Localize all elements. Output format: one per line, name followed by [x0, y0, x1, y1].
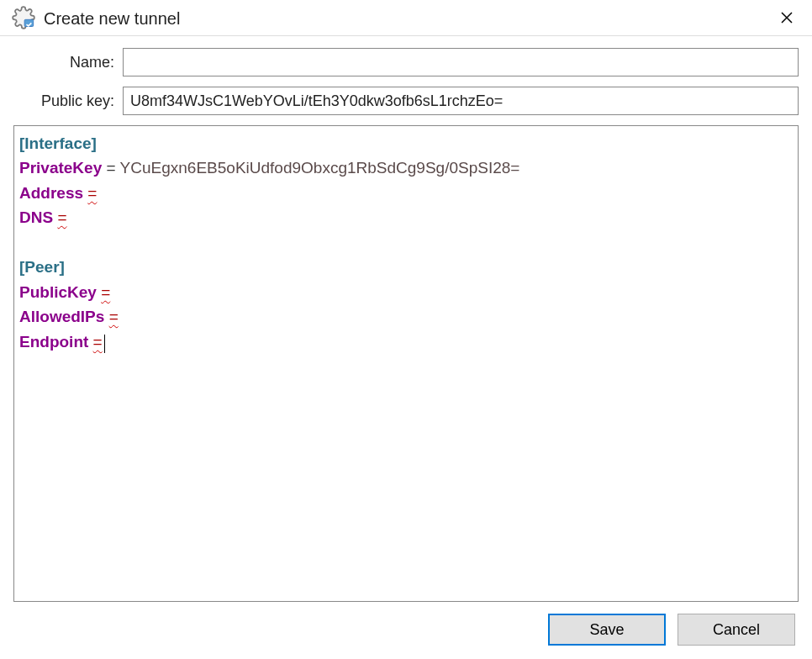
name-input[interactable]	[123, 48, 799, 76]
cfg-peer-public-key-error: =	[101, 283, 110, 301]
public-key-label: Public key:	[13, 92, 123, 110]
public-key-readonly[interactable]: U8mf34WJsC1WebYOvLi/tEh3Y0dkw3ofb6sL1rch…	[123, 87, 799, 115]
cancel-button[interactable]: Cancel	[678, 614, 795, 646]
section-interface: [Interface]	[19, 134, 97, 152]
public-key-row: Public key: U8mf34WJsC1WebYOvLi/tEh3Y0dk…	[13, 87, 799, 115]
cfg-allowed-ips-label: AllowedIPs	[19, 308, 104, 325]
gear-icon	[12, 6, 35, 32]
title-bar-left: Create new tunnel	[12, 6, 180, 32]
cfg-dns-error: =	[57, 208, 66, 226]
button-row: Save Cancel	[13, 602, 799, 649]
config-editor[interactable]: [Interface] PrivateKey = YCuEgxn6EB5oKiU…	[13, 125, 799, 602]
dialog-window: Create new tunnel Name: Public key: U8mf…	[0, 0, 812, 659]
save-button[interactable]: Save	[548, 614, 666, 646]
cfg-dns-label: DNS	[19, 208, 53, 226]
cfg-endpoint-error: =	[93, 333, 103, 351]
cfg-address-label: Address	[19, 184, 83, 202]
title-bar: Create new tunnel	[0, 0, 812, 36]
cfg-private-key-label: PrivateKey	[19, 159, 102, 177]
cfg-allowed-ips-error: =	[109, 308, 119, 325]
cfg-peer-public-key-label: PublicKey	[19, 283, 97, 301]
close-icon	[780, 8, 794, 29]
equals-sign: =	[107, 159, 116, 177]
dialog-body: Name: Public key: U8mf34WJsC1WebYOvLi/tE…	[0, 36, 812, 659]
name-label: Name:	[13, 54, 123, 71]
cfg-address-error: =	[87, 184, 97, 202]
cfg-endpoint-label: Endpoint	[19, 333, 88, 351]
window-title: Create new tunnel	[44, 9, 180, 29]
close-button[interactable]	[770, 5, 804, 32]
cfg-private-key-value: YCuEgxn6EB5oKiUdfod9Obxcg1RbSdCg9Sg/0SpS…	[120, 159, 520, 177]
section-peer: [Peer]	[19, 258, 65, 276]
text-caret	[104, 335, 105, 353]
name-row: Name:	[13, 48, 799, 76]
